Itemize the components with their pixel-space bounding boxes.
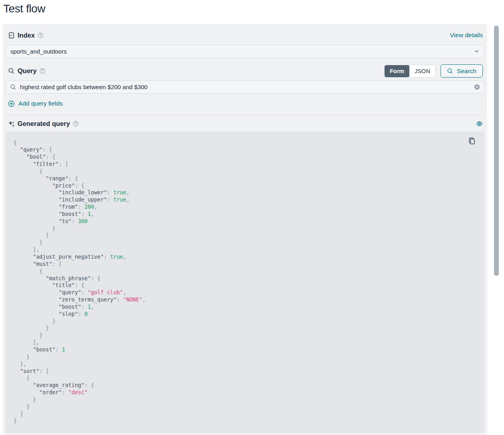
code-line: "bool": {: [14, 154, 476, 161]
code-line: }: [14, 396, 476, 403]
toggle-option-json[interactable]: JSON: [409, 65, 435, 77]
code-line: ]: [14, 411, 476, 418]
code-line: {: [14, 168, 476, 175]
query-input-wrap: [6, 80, 484, 94]
question-circle-icon[interactable]: [73, 121, 79, 127]
generated-query-code: { "query": { "bool": { "filter": [ { "ra…: [6, 132, 484, 433]
code-line: }: [14, 353, 476, 361]
chevron-down-icon: [474, 48, 480, 54]
code-line: "must": [: [14, 261, 476, 268]
code-line: ],: [14, 246, 476, 253]
question-circle-icon[interactable]: [38, 32, 44, 38]
code-line: "match_phrase": {: [14, 275, 476, 282]
code-line: }: [14, 318, 476, 325]
code-line: "order": "desc": [14, 389, 476, 396]
add-query-fields-button[interactable]: Add query fields: [8, 100, 63, 108]
add-query-fields-label: Add query fields: [18, 100, 63, 107]
sparkle-icon: [8, 120, 15, 127]
vertical-scrollbar-thumb[interactable]: [494, 26, 499, 276]
search-button-label: Search: [457, 68, 476, 75]
query-header-row: Query Form JSON Search: [6, 64, 484, 78]
code-line: "adjust_pure_negative": true,: [14, 253, 476, 261]
code-line: },: [14, 361, 476, 368]
index-select-value: sports_and_outdoors: [10, 48, 67, 55]
document-icon: [8, 32, 15, 39]
query-input[interactable]: [20, 84, 470, 90]
code-line: }: [14, 232, 476, 239]
index-select[interactable]: sports_and_outdoors: [6, 45, 484, 58]
search-icon: [8, 68, 15, 74]
code-line: "query": {: [14, 146, 476, 154]
page-title: Test flow: [3, 2, 45, 15]
code-line: "title": {: [14, 282, 476, 289]
code-line: "from": 200,: [14, 204, 476, 211]
search-icon: [10, 84, 16, 90]
search-button[interactable]: Search: [441, 64, 483, 78]
code-line: "include_lower": true,: [14, 189, 476, 196]
view-details-link[interactable]: View details: [450, 32, 483, 39]
query-mode-toggle: Form JSON: [384, 65, 436, 78]
code-line: {: [14, 375, 476, 382]
code-line: "include_upper": true,: [14, 196, 476, 204]
code-line: "query": "golf club",: [14, 289, 476, 296]
section-divider: [6, 115, 484, 116]
code-line: "boost": 1,: [14, 303, 476, 311]
code-line: "price": {: [14, 182, 476, 190]
code-line: "to": 300: [14, 218, 476, 225]
code-line: }: [14, 403, 476, 411]
index-header-row: Index View details: [6, 31, 484, 40]
code-line: "range": {: [14, 175, 476, 182]
code-line: "boost": 1: [14, 346, 476, 353]
code-line: "slop": 0: [14, 311, 476, 318]
search-icon: [447, 68, 453, 74]
code-line: }: [14, 239, 476, 246]
index-section-title: Index: [18, 32, 35, 39]
generated-query-header-row: Generated query: [6, 120, 484, 128]
generated-query-section-title: Generated query: [18, 120, 70, 128]
code-line: "boost": 1,: [14, 211, 476, 218]
code-line: ],: [14, 339, 476, 346]
query-section-title: Query: [18, 67, 37, 75]
code-line: "sort": [: [14, 368, 476, 375]
toggle-option-form[interactable]: Form: [385, 65, 409, 77]
code-line: {: [14, 140, 476, 147]
clear-circle-icon[interactable]: [474, 84, 480, 90]
eye-icon[interactable]: [476, 120, 483, 127]
code-line: "average_rating": {: [14, 382, 476, 389]
code-line: }: [14, 332, 476, 339]
code-line: "filter": [: [14, 161, 476, 168]
plus-circle-icon: [8, 100, 15, 107]
code-line: }: [14, 225, 476, 232]
code-line: {: [14, 268, 476, 275]
question-circle-icon[interactable]: [40, 68, 46, 74]
code-line: }: [14, 417, 476, 425]
test-flow-panel: Index View details sports_and_outdoors Q…: [3, 24, 487, 435]
copy-icon[interactable]: [468, 137, 476, 145]
code-line: "zero_terms_query": "NONE",: [14, 296, 476, 303]
code-line: }: [14, 325, 476, 332]
